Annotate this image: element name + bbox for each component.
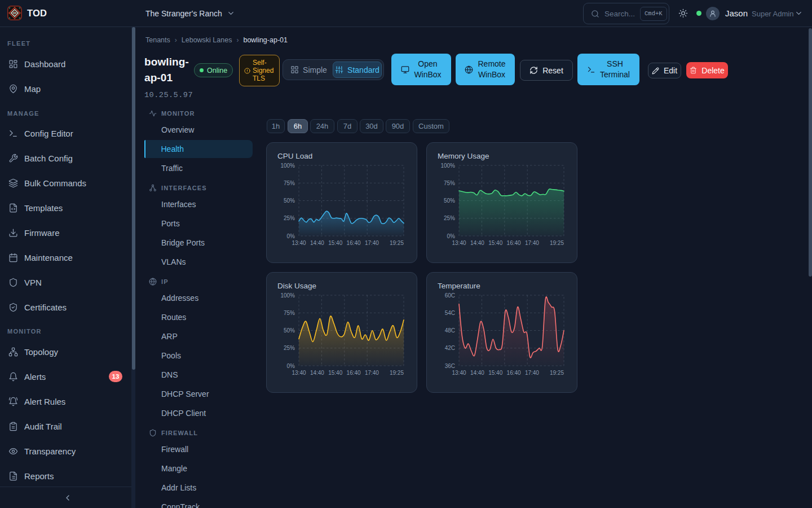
svg-text:17:40: 17:40 — [365, 240, 379, 246]
svg-text:17:40: 17:40 — [365, 370, 379, 376]
svg-text:16:40: 16:40 — [507, 240, 521, 246]
svg-text:14:40: 14:40 — [470, 370, 484, 376]
svg-text:19:25: 19:25 — [550, 240, 564, 246]
svg-text:19:25: 19:25 — [550, 370, 564, 376]
svg-text:13:40: 13:40 — [292, 370, 306, 376]
svg-text:42C: 42C — [445, 345, 455, 351]
svg-text:50%: 50% — [284, 198, 295, 204]
svg-text:17:40: 17:40 — [525, 370, 539, 376]
svg-text:15:40: 15:40 — [328, 240, 342, 246]
svg-text:54C: 54C — [445, 310, 455, 316]
svg-text:13:40: 13:40 — [452, 240, 466, 246]
svg-text:16:40: 16:40 — [347, 370, 361, 376]
svg-text:25%: 25% — [284, 215, 295, 221]
svg-text:48C: 48C — [445, 327, 455, 334]
svg-text:75%: 75% — [284, 180, 295, 186]
svg-text:19:25: 19:25 — [390, 370, 404, 376]
svg-text:100%: 100% — [440, 163, 455, 169]
svg-text:15:40: 15:40 — [328, 370, 342, 376]
svg-text:0%: 0% — [287, 233, 295, 239]
svg-text:50%: 50% — [284, 327, 295, 334]
svg-text:14:40: 14:40 — [310, 370, 324, 376]
svg-text:75%: 75% — [444, 180, 455, 186]
svg-text:100%: 100% — [280, 163, 295, 169]
svg-text:14:40: 14:40 — [310, 240, 324, 246]
svg-text:16:40: 16:40 — [507, 370, 521, 376]
svg-text:15:40: 15:40 — [488, 240, 502, 246]
svg-text:13:40: 13:40 — [292, 240, 306, 246]
svg-text:13:40: 13:40 — [452, 370, 466, 376]
svg-text:50%: 50% — [444, 198, 455, 204]
svg-text:25%: 25% — [284, 345, 295, 351]
svg-text:16:40: 16:40 — [347, 240, 361, 246]
svg-text:0%: 0% — [287, 363, 295, 369]
svg-text:19:25: 19:25 — [390, 240, 404, 246]
svg-text:0%: 0% — [447, 233, 456, 239]
svg-text:75%: 75% — [284, 310, 295, 316]
svg-text:15:40: 15:40 — [488, 370, 502, 376]
svg-text:14:40: 14:40 — [470, 240, 484, 246]
svg-text:17:40: 17:40 — [525, 240, 539, 246]
svg-text:36C: 36C — [445, 363, 455, 369]
svg-text:60C: 60C — [445, 292, 455, 299]
svg-text:25%: 25% — [444, 215, 455, 221]
svg-text:100%: 100% — [280, 292, 295, 299]
